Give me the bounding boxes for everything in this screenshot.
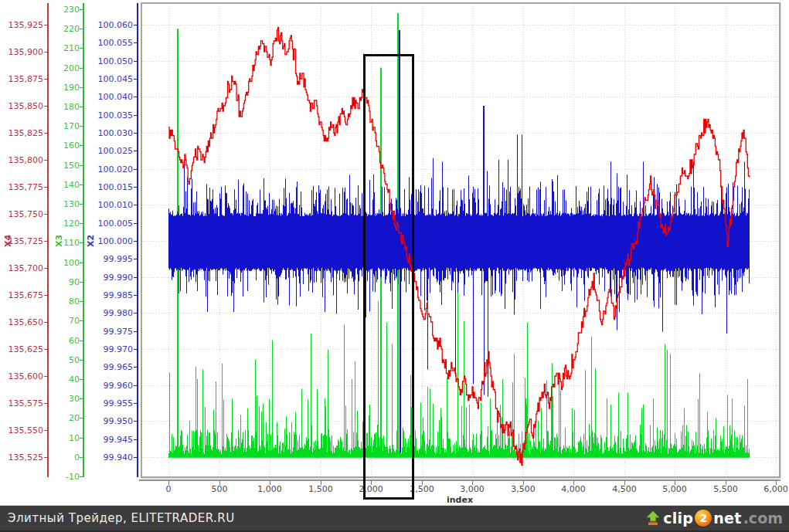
tick-label: 100.010: [0, 200, 133, 210]
tick-mark: [134, 115, 137, 116]
clip2net-logo[interactable]: clip 2 net .com: [644, 510, 783, 527]
logo-number-2: 2: [695, 510, 712, 527]
tick-mark: [134, 205, 137, 205]
tick-mark: [134, 151, 137, 151]
footer-bar: Элитный Трейдер, ELITETRADER.RU clip 2 n…: [0, 505, 789, 532]
tick-mark: [134, 457, 137, 458]
tick-label: 100.050: [0, 56, 133, 66]
tick-label: 99.945: [0, 435, 133, 445]
tick-mark: [134, 385, 137, 386]
tick-mark: [134, 25, 137, 25]
tick-mark: [80, 360, 83, 361]
tick-mark: [134, 133, 137, 134]
tick-label: 500: [196, 484, 243, 494]
tick-label: 100.020: [0, 164, 133, 175]
tick-label: 99.965: [0, 362, 133, 372]
annotation-rectangle: [363, 54, 414, 500]
tick-label: 100.005: [0, 219, 133, 229]
tick-mark: [44, 214, 47, 215]
tick-label: 99.960: [0, 381, 133, 391]
tick-mark: [134, 349, 137, 350]
tick-label: 99.980: [0, 308, 133, 318]
tick-mark: [80, 48, 83, 49]
tick-mark: [134, 42, 137, 43]
tick-label: 100.030: [0, 128, 133, 138]
y-axis-title-x2: X2: [86, 235, 96, 247]
logo-text-dotcom: .com: [743, 510, 783, 527]
tick-mark: [80, 68, 83, 69]
tick-mark: [80, 320, 83, 321]
tick-label: 1,500: [298, 484, 344, 494]
tick-label: 100.055: [0, 38, 133, 48]
tick-label: 99.985: [0, 290, 133, 300]
tick-label: 99.940: [0, 452, 133, 463]
tick-label: 3,500: [500, 484, 546, 494]
tick-label: 99.955: [0, 398, 133, 408]
tick-mark: [134, 241, 137, 242]
tick-mark: [44, 430, 47, 431]
chart-plot-canvas: [142, 4, 779, 476]
tick-mark: [134, 187, 137, 188]
tick-label: 5,500: [702, 484, 749, 494]
tick-mark: [134, 313, 137, 313]
tick-label: 100.045: [0, 74, 133, 84]
tick-mark: [134, 169, 137, 170]
tick-label: 99.970: [0, 344, 133, 354]
plot-area: [141, 2, 780, 478]
y-axis-title-x4: X4: [3, 235, 13, 247]
tick-mark: [134, 439, 137, 440]
logo-text-clip: clip: [663, 510, 693, 527]
tick-mark: [134, 421, 137, 422]
tick-label: 100.015: [0, 182, 133, 192]
tick-label: 100.025: [0, 146, 133, 156]
tick-mark: [134, 259, 137, 259]
tick-label: 1,000: [247, 484, 293, 494]
tick-mark: [134, 277, 137, 278]
tick-label: 5,000: [651, 484, 698, 494]
tick-mark: [80, 301, 83, 302]
tick-label: 100.035: [0, 110, 133, 120]
tick-mark: [44, 268, 47, 269]
tick-mark: [134, 61, 137, 62]
tick-mark: [80, 341, 83, 341]
x-axis-line: [139, 479, 780, 481]
tick-label: 100.000: [0, 236, 133, 246]
screenshot-root: 135,925135,900135,875135,850135,825135,8…: [0, 0, 789, 532]
x-axis-title: index: [437, 495, 483, 505]
tick-mark: [80, 379, 83, 380]
tick-label: 4,000: [550, 484, 597, 494]
credit-text: Элитный Трейдер, ELITETRADER.RU: [8, 511, 235, 525]
tick-mark: [134, 331, 137, 332]
tick-label: 99.975: [0, 327, 133, 337]
tick-mark: [134, 295, 137, 296]
tick-mark: [80, 476, 83, 477]
tick-label: 99.995: [0, 254, 133, 264]
upload-arrow-icon: [644, 510, 661, 526]
tick-label: 3,000: [449, 484, 495, 494]
tick-label: 0: [145, 484, 192, 494]
tick-mark: [80, 126, 83, 127]
y-axis-line-x2: [137, 3, 138, 477]
tick-label: 100.060: [0, 20, 133, 30]
tick-mark: [134, 223, 137, 224]
tick-label: -10: [0, 472, 80, 482]
tick-mark: [134, 97, 137, 97]
tick-mark: [80, 87, 83, 88]
tick-mark: [134, 403, 137, 404]
tick-mark: [134, 79, 137, 80]
tick-mark: [134, 367, 137, 368]
tick-mark: [80, 107, 83, 107]
y-axis-title-x3: X3: [54, 235, 64, 247]
tick-label: 6,000: [753, 484, 789, 494]
tick-label: 230: [0, 5, 80, 15]
tick-label: 100.040: [0, 92, 133, 102]
tick-label: 99.990: [0, 273, 133, 283]
tick-mark: [80, 9, 83, 10]
logo-text-net: net: [713, 510, 741, 527]
tick-label: 4,500: [601, 484, 648, 494]
tick-label: 99.950: [0, 416, 133, 426]
